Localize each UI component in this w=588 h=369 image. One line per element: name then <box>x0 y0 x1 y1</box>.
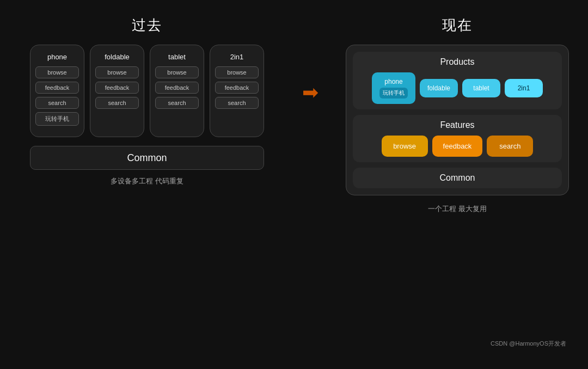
phone-browse: browse <box>35 66 79 78</box>
tablet-search: search <box>155 97 199 109</box>
products-label: Products <box>359 57 555 67</box>
feature-search: search <box>487 136 533 157</box>
product-tablet: tablet <box>462 79 500 97</box>
product-phone-sub: 玩转手机 <box>379 88 408 99</box>
past-title: 过去 <box>132 16 162 35</box>
products-section: Products phone 玩转手机 foldable tablet 2in1 <box>353 52 562 109</box>
feature-browse: browse <box>382 136 428 157</box>
device-phone: phone browse feedback search 玩转手机 <box>30 45 84 137</box>
past-subtitle: 多设备多工程 代码重复 <box>111 176 183 186</box>
past-section: 过去 phone browse feedback search 玩转手机 fol… <box>16 16 278 186</box>
features-row: browse feedback search <box>359 136 555 157</box>
present-common-section: Common <box>353 168 562 188</box>
device-foldable: foldable browse feedback search <box>90 45 144 137</box>
phone-special: 玩转手机 <box>35 112 79 126</box>
main-container: 过去 phone browse feedback search 玩转手机 fol… <box>16 16 572 353</box>
present-section: 现在 Products phone 玩转手机 foldable tablet 2… <box>343 16 572 214</box>
present-title: 现在 <box>442 16 473 35</box>
phone-feedback: feedback <box>35 82 79 94</box>
foldable-search: search <box>95 97 139 109</box>
past-common-bar: Common <box>30 146 264 170</box>
arrow-container: ➡ <box>294 81 327 104</box>
device-foldable-title: foldable <box>105 53 130 61</box>
2in1-search: search <box>215 97 259 109</box>
features-section: Features browse feedback search <box>353 115 562 162</box>
product-phone: phone 玩转手机 <box>372 72 415 104</box>
tablet-feedback: feedback <box>155 82 199 94</box>
device-tablet-title: tablet <box>168 53 186 61</box>
present-container: Products phone 玩转手机 foldable tablet 2in1… <box>346 45 569 195</box>
foldable-feedback: feedback <box>95 82 139 94</box>
watermark: CSDN @HarmonyOS开发者 <box>491 340 566 348</box>
2in1-feedback: feedback <box>215 82 259 94</box>
past-common-label: Common <box>127 152 167 164</box>
foldable-browse: browse <box>95 66 139 78</box>
device-2in1: 2in1 browse feedback search <box>210 45 264 137</box>
device-phone-title: phone <box>47 53 67 61</box>
product-foldable: foldable <box>420 79 458 97</box>
product-phone-name: phone <box>384 78 402 85</box>
phone-search: search <box>35 97 79 109</box>
past-devices: phone browse feedback search 玩转手机 foldab… <box>30 45 264 137</box>
tablet-browse: browse <box>155 66 199 78</box>
device-tablet: tablet browse feedback search <box>150 45 204 137</box>
direction-arrow: ➡ <box>302 81 318 104</box>
products-row: phone 玩转手机 foldable tablet 2in1 <box>359 72 555 104</box>
features-label: Features <box>359 120 555 130</box>
2in1-browse: browse <box>215 66 259 78</box>
device-2in1-title: 2in1 <box>230 53 244 61</box>
present-subtitle: 一个工程 最大复用 <box>428 204 487 214</box>
feature-feedback: feedback <box>432 136 483 157</box>
present-common-label: Common <box>440 173 475 182</box>
product-2in1: 2in1 <box>505 79 543 97</box>
